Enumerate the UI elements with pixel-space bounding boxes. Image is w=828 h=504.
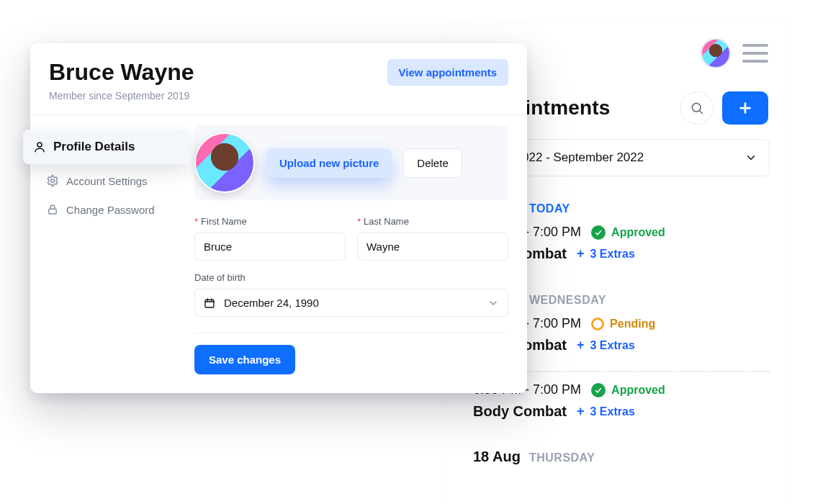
- user-icon: [33, 140, 46, 153]
- profile-header: Bruce Wayne Member since September 2019 …: [49, 59, 508, 102]
- appointment-extras[interactable]: +3 Extras: [577, 404, 635, 419]
- profile-panel: Bruce Wayne Member since September 2019 …: [30, 43, 527, 393]
- plus-icon: +: [577, 246, 585, 261]
- appointment-status: Approved: [591, 225, 665, 240]
- profile-side-nav: Profile Details Account Settings Change …: [36, 125, 180, 374]
- appointment-weekday: TODAY: [529, 202, 570, 215]
- appointment-status: Approved: [591, 383, 665, 397]
- avatar: [194, 132, 255, 193]
- plus-icon: +: [577, 404, 585, 419]
- picture-row: Upload new picture Delete: [194, 125, 508, 200]
- menu-icon[interactable]: [742, 44, 768, 63]
- last-name-input[interactable]: [357, 233, 508, 261]
- avatar[interactable]: [701, 38, 731, 68]
- save-button[interactable]: Save changes: [194, 345, 295, 374]
- appointment-weekday: WEDNESDAY: [529, 294, 606, 307]
- add-appointment-button[interactable]: [722, 91, 768, 125]
- delete-picture-button[interactable]: Delete: [403, 148, 462, 178]
- pending-ring-icon: [591, 318, 604, 330]
- svg-rect-7: [205, 300, 214, 307]
- calendar-icon: [204, 297, 215, 309]
- dob-input[interactable]: December 24, 1990: [194, 289, 508, 317]
- chevron-down-icon: [487, 297, 499, 309]
- dob-label: Date of birth: [194, 272, 508, 283]
- nav-label: Change Password: [66, 204, 155, 216]
- appointment-extras[interactable]: +3 Extras: [577, 338, 635, 353]
- appointment-date: 18 Aug: [473, 449, 521, 465]
- nav-label: Profile Details: [53, 140, 135, 154]
- chevron-down-icon: [744, 151, 757, 164]
- lock-icon: [46, 203, 59, 216]
- dob-value: December 24, 1990: [224, 297, 319, 309]
- search-icon: [690, 101, 704, 115]
- svg-point-4: [37, 143, 42, 147]
- profile-name: Bruce Wayne: [49, 59, 194, 86]
- divider: [194, 333, 508, 333]
- profile-form: Upload new picture Delete *First Name *L…: [194, 125, 508, 374]
- search-button[interactable]: [680, 91, 714, 125]
- nav-account-settings[interactable]: Account Settings: [36, 168, 180, 193]
- plus-icon: +: [577, 338, 585, 353]
- first-name-field: *First Name: [194, 216, 346, 261]
- gear-icon: [46, 174, 59, 187]
- first-name-input[interactable]: [194, 233, 346, 261]
- svg-point-5: [51, 179, 55, 183]
- check-circle-icon: [591, 225, 606, 240]
- upload-picture-button[interactable]: Upload new picture: [266, 148, 392, 178]
- nav-profile-details[interactable]: Profile Details: [23, 130, 190, 164]
- appointment-weekday: THURSDAY: [529, 451, 595, 464]
- appointment-extras[interactable]: +3 Extras: [577, 246, 635, 261]
- nav-change-password[interactable]: Change Password: [36, 197, 180, 222]
- appointment-status: Pending: [591, 318, 655, 330]
- last-name-field: *Last Name: [357, 216, 508, 261]
- member-since: Member since September 2019: [49, 90, 194, 102]
- appointment-day-header: 18 AugTHURSDAY: [473, 449, 770, 465]
- nav-label: Account Settings: [66, 175, 148, 187]
- svg-rect-6: [49, 209, 57, 214]
- svg-line-1: [700, 111, 703, 114]
- appointment-name: Body Combat: [473, 403, 567, 420]
- view-appointments-button[interactable]: View appointments: [387, 59, 508, 86]
- dob-field: Date of birth December 24, 1990: [194, 272, 508, 317]
- first-name-label: *First Name: [194, 216, 346, 227]
- check-circle-icon: [591, 383, 606, 397]
- divider: [30, 114, 527, 115]
- plus-icon: [737, 100, 753, 116]
- last-name-label: *Last Name: [357, 216, 508, 227]
